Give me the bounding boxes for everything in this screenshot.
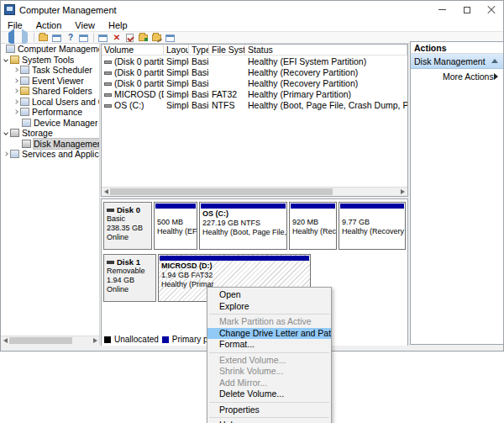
disk-icon xyxy=(107,209,114,212)
column-layout[interactable]: Layout xyxy=(164,45,189,55)
scrollbar-thumb[interactable] xyxy=(110,188,333,195)
more-actions-item[interactable]: More Actions xyxy=(411,69,503,84)
column-file-system[interactable]: File System xyxy=(209,45,245,55)
expander-closed-icon[interactable] xyxy=(13,88,18,93)
expander-closed-icon[interactable] xyxy=(13,109,18,114)
forward-icon[interactable] xyxy=(18,33,30,43)
properties-window-icon[interactable] xyxy=(78,33,90,43)
menu-action[interactable]: Action xyxy=(29,20,69,30)
users-icon xyxy=(20,98,29,106)
volume-icon xyxy=(104,71,112,75)
minimize-button[interactable] xyxy=(430,1,454,19)
disk-0-label[interactable]: Disk 0 Basic 238.35 GB Online xyxy=(103,202,152,250)
menu-separator xyxy=(209,417,329,418)
scroll-left-icon[interactable] xyxy=(3,338,8,343)
shared-folders-icon xyxy=(20,87,29,95)
volume-icon xyxy=(104,104,112,108)
submenu-arrow-icon xyxy=(494,73,498,80)
tree-item-performance[interactable]: Performance xyxy=(1,107,99,118)
menu-item-open[interactable]: Open xyxy=(207,289,331,301)
export-list-icon[interactable] xyxy=(38,33,50,43)
computer-icon xyxy=(6,45,15,53)
volume-row[interactable]: MICROSD (D:) Simple Basic FAT32 Healthy … xyxy=(102,88,407,99)
menu-item-format[interactable]: Format... xyxy=(207,339,331,351)
close-button[interactable] xyxy=(479,1,503,19)
menu-item-change-drive-letter[interactable]: Change Drive Letter and Paths... xyxy=(207,328,331,340)
unallocated-swatch xyxy=(104,336,111,343)
partition-recovery-2[interactable]: 9.77 GB Healthy (Recovery Par xyxy=(339,202,406,250)
scrollbar-thumb[interactable] xyxy=(9,337,72,344)
volume-icon xyxy=(104,93,112,97)
expander-closed-icon[interactable] xyxy=(13,78,18,83)
disk-1-label[interactable]: Disk 1 Removable 1.94 GB Online xyxy=(103,254,156,302)
tree-item-task-scheduler[interactable]: Task Scheduler xyxy=(1,65,99,76)
menu-view[interactable]: View xyxy=(68,20,102,30)
delete-icon[interactable]: ✕ xyxy=(111,33,123,43)
folder-edit-icon[interactable] xyxy=(151,33,163,43)
partition-efi[interactable]: 500 MB Healthy (EFI S xyxy=(154,202,197,250)
panel-view-icon[interactable] xyxy=(165,33,176,43)
partition-os-c[interactable]: OS (C:) 227.19 GB NTFS Healthy (Boot, Pa… xyxy=(199,202,287,250)
menu-separator xyxy=(209,352,329,353)
menu-item-mark-partition-active: Mark Partition as Active xyxy=(207,316,331,328)
actions-header: Actions xyxy=(411,42,503,54)
expander-closed-icon[interactable] xyxy=(13,99,18,104)
tree-item-computer-management[interactable]: Computer Management (Local xyxy=(1,44,99,55)
help-icon[interactable]: ? xyxy=(65,33,76,43)
tree-item-storage[interactable]: Storage xyxy=(1,128,99,139)
device-manager-icon xyxy=(22,119,31,127)
volume-row[interactable]: (Disk 0 partition 4) Simple Basic Health… xyxy=(102,66,407,77)
folder-up-icon[interactable] xyxy=(138,33,150,43)
tree-horizontal-scrollbar[interactable] xyxy=(1,336,100,345)
window-title: Computer Management xyxy=(19,5,117,15)
back-icon[interactable] xyxy=(5,33,17,43)
scroll-left-icon[interactable] xyxy=(104,189,108,194)
menu-help[interactable]: Help xyxy=(102,20,134,30)
primary-partition-bar xyxy=(160,256,309,261)
console-tree-icon[interactable] xyxy=(51,33,63,43)
column-volume[interactable]: Volume xyxy=(102,45,164,55)
expander-open-icon[interactable] xyxy=(3,130,8,135)
menu-item-delete-volume[interactable]: Delete Volume... xyxy=(207,389,331,400)
volume-row[interactable]: (Disk 0 partition 5) Simple Basic Health… xyxy=(102,77,407,88)
expander-open-icon[interactable] xyxy=(3,57,8,62)
menu-item-help[interactable]: Help xyxy=(207,420,331,423)
volume-row[interactable]: OS (C:) Simple Basic NTFS Healthy (Boot,… xyxy=(102,99,407,110)
menu-separator xyxy=(209,314,329,315)
tree-item-local-users-and-groups[interactable]: Local Users and Groups xyxy=(1,97,99,108)
tree-item-system-tools[interactable]: System Tools xyxy=(1,55,99,66)
menu-item-shrink-volume: Shrink Volume... xyxy=(207,366,331,378)
minimize-icon xyxy=(438,9,446,10)
primary-partition-bar xyxy=(340,204,404,209)
column-status[interactable]: Status xyxy=(245,45,407,55)
column-type[interactable]: Type xyxy=(189,45,209,55)
menu-item-properties[interactable]: Properties xyxy=(207,404,331,416)
tree-item-shared-folders[interactable]: Shared Folders xyxy=(1,86,99,97)
check-document-icon[interactable] xyxy=(124,33,136,43)
tree-item-services-and-applications[interactable]: Services and Applications xyxy=(1,149,99,160)
tree-item-event-viewer[interactable]: Event Viewer xyxy=(1,76,99,87)
volume-row[interactable]: (Disk 0 partition 1) Simple Basic Health… xyxy=(102,56,407,66)
scroll-right-icon[interactable] xyxy=(93,338,97,343)
storage-icon xyxy=(10,129,19,137)
volume-list-pane: Volume Layout Type File System Status (D… xyxy=(101,44,408,197)
tree-item-device-manager[interactable]: Device Manager xyxy=(1,118,99,129)
maximize-button[interactable] xyxy=(454,1,479,19)
expander-closed-icon[interactable] xyxy=(3,151,8,156)
services-icon xyxy=(10,150,19,158)
tree-item-disk-management[interactable]: Disk Management xyxy=(1,139,99,150)
actions-group-disk-management[interactable]: Disk Management xyxy=(411,54,503,69)
popup-window-icon[interactable] xyxy=(97,33,109,43)
partition-recovery-1[interactable]: 920 MB Healthy (Recov xyxy=(289,202,337,250)
volume-icon xyxy=(104,61,112,64)
volume-list-header: Volume Layout Type File System Status xyxy=(102,45,407,56)
expander-closed-icon[interactable] xyxy=(13,67,18,72)
menu-separator xyxy=(209,402,329,403)
close-icon xyxy=(487,6,496,14)
scroll-right-icon[interactable] xyxy=(401,189,405,194)
toolbar-separator xyxy=(34,33,34,42)
collapse-caret-icon[interactable] xyxy=(491,59,498,63)
menu-item-explore[interactable]: Explore xyxy=(207,301,331,313)
volume-list-horizontal-scrollbar[interactable] xyxy=(102,187,407,196)
title-bar[interactable]: Computer Management xyxy=(1,1,503,19)
